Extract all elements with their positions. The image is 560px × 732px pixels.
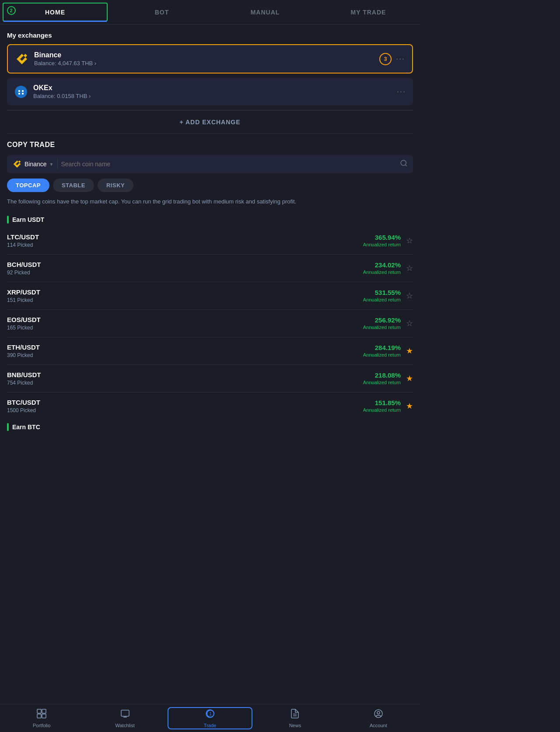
exchange-card-okex[interactable]: OKEx Balance: 0.0158 THB › ··· xyxy=(7,78,413,105)
coin-right-ltc: 365.94% Annualized return ☆ xyxy=(363,234,413,247)
coin-row-eos[interactable]: EOS/USDT 165 Picked 256.92% Annualized r… xyxy=(7,310,413,337)
tab-mytrade[interactable]: MY TRADE xyxy=(317,0,420,24)
filter-tab-risky[interactable]: RISKY xyxy=(98,179,133,192)
bottom-navigation: Portfolio Watchlist 1 Trade xyxy=(0,704,420,732)
coin-return-bnb: 218.08% Annualized return xyxy=(363,371,401,385)
tab-home[interactable]: 2 HOME xyxy=(3,3,108,21)
bottom-nav-account[interactable]: Account xyxy=(337,704,420,732)
tab-bot-label: BOT xyxy=(155,9,169,16)
news-icon xyxy=(290,708,300,721)
coin-row-bnb[interactable]: BNB/USDT 754 Picked 218.08% Annualized r… xyxy=(7,365,413,392)
exchange-card-left-okex: OKEx Balance: 0.0158 THB › xyxy=(14,84,91,99)
bottom-nav-watchlist[interactable]: Watchlist xyxy=(83,704,166,732)
coin-percent-eth: 284.19% xyxy=(363,344,401,351)
okex-balance[interactable]: Balance: 0.0158 THB › xyxy=(33,93,91,99)
tab-bot[interactable]: BOT xyxy=(110,0,214,24)
svg-marker-5 xyxy=(18,59,25,64)
coin-return-bch: 234.02% Annualized return xyxy=(363,261,401,275)
coin-row-btc[interactable]: BTC/USDT 1500 Picked 151.85% Annualized … xyxy=(7,392,413,420)
binance-name: Binance xyxy=(34,51,96,59)
coin-picked-bch: 92 Picked xyxy=(7,270,41,276)
coin-picked-eth: 390 Picked xyxy=(7,352,40,358)
coin-star-ltc[interactable]: ☆ xyxy=(406,236,413,245)
coin-pair-eos: EOS/USDT xyxy=(7,316,41,323)
portfolio-icon xyxy=(36,708,47,721)
exchanges-section-title: My exchanges xyxy=(7,32,413,39)
coin-info-eos: EOS/USDT 165 Picked xyxy=(7,316,41,331)
coin-return-ltc: 365.94% Annualized return xyxy=(363,234,401,247)
coin-row-bch[interactable]: BCH/USDT 92 Picked 234.02% Annualized re… xyxy=(7,255,413,282)
coin-row-eth[interactable]: ETH/USDT 390 Picked 284.19% Annualized r… xyxy=(7,337,413,365)
earn-usdt-indicator xyxy=(7,216,9,224)
coin-return-label-btc: Annualized return xyxy=(363,407,401,413)
binance-icon xyxy=(15,52,29,66)
coin-info-bnb: BNB/USDT 754 Picked xyxy=(7,371,41,386)
binance-balance-arrow: › xyxy=(94,60,96,67)
svg-rect-22 xyxy=(121,710,129,716)
coin-percent-bch: 234.02% xyxy=(363,261,401,269)
bottom-nav-trade[interactable]: 1 Trade xyxy=(168,707,252,729)
coin-return-eth: 284.19% Annualized return xyxy=(363,344,401,357)
binance-more-button[interactable]: ··· xyxy=(396,54,405,63)
coin-right-bnb: 218.08% Annualized return ★ xyxy=(363,371,413,385)
okex-name: OKEx xyxy=(33,84,91,92)
coin-star-xrp[interactable]: ☆ xyxy=(406,291,413,301)
coin-star-eos[interactable]: ☆ xyxy=(406,319,413,328)
news-label: News xyxy=(289,723,301,728)
svg-rect-10 xyxy=(22,93,24,95)
copy-trade-exchange-name: Binance xyxy=(24,161,47,168)
coin-percent-bnb: 218.08% xyxy=(363,371,401,379)
coin-star-bch[interactable]: ☆ xyxy=(406,263,413,273)
coin-search-input[interactable] xyxy=(61,161,397,168)
bottom-nav-portfolio[interactable]: Portfolio xyxy=(0,704,83,732)
tab-home-label: HOME xyxy=(45,9,65,16)
coin-info-bch: BCH/USDT 92 Picked xyxy=(7,261,41,276)
coin-pair-bch: BCH/USDT xyxy=(7,261,41,268)
copy-trade-exchange-selector[interactable]: Binance ▼ xyxy=(12,159,58,169)
coin-star-eth[interactable]: ★ xyxy=(406,346,413,356)
coin-search-area[interactable] xyxy=(61,161,397,168)
exchange-selector-dropdown-icon: ▼ xyxy=(49,162,54,167)
filter-tab-stable[interactable]: STABLE xyxy=(53,179,94,192)
copy-trade-description: The following coins have the top market … xyxy=(7,197,413,206)
coin-return-btc: 151.85% Annualized return xyxy=(363,399,401,413)
svg-rect-9 xyxy=(18,93,20,95)
coin-return-label-bch: Annualized return xyxy=(363,270,401,275)
coin-percent-eos: 256.92% xyxy=(363,316,401,324)
coin-picked-btc: 1500 Picked xyxy=(7,407,40,413)
exchange-card-binance[interactable]: Binance Balance: 4,047.63 THB › 3 ··· xyxy=(7,44,413,74)
exchange-card-right-okex: ··· xyxy=(397,87,406,96)
okex-balance-arrow: › xyxy=(89,93,91,99)
coin-picked-ltc: 114 Picked xyxy=(7,242,39,248)
coin-pair-btc: BTC/USDT xyxy=(7,399,40,406)
watchlist-icon xyxy=(120,708,130,721)
trade-badge: 1 xyxy=(206,710,214,718)
coin-list: LTC/USDT 114 Picked 365.94% Annualized r… xyxy=(7,227,413,420)
coin-return-eos: 256.92% Annualized return xyxy=(363,316,401,330)
binance-balance[interactable]: Balance: 4,047.63 THB › xyxy=(34,60,96,67)
coin-star-bnb[interactable]: ★ xyxy=(406,374,413,383)
coin-picked-bnb: 754 Picked xyxy=(7,380,41,386)
copy-trade-search-bar: Binance ▼ xyxy=(7,155,413,173)
trade-label: Trade xyxy=(204,723,216,728)
exchange-card-left-binance: Binance Balance: 4,047.63 THB › xyxy=(15,51,96,67)
coin-picked-xrp: 151 Picked xyxy=(7,297,40,303)
filter-tab-topcap[interactable]: TOPCAP xyxy=(7,179,49,192)
bottom-nav-news[interactable]: News xyxy=(253,704,336,732)
okex-more-button[interactable]: ··· xyxy=(397,87,406,96)
copy-trade-title: COPY TRADE xyxy=(7,141,413,149)
tab-manual[interactable]: MANUAL xyxy=(214,0,317,24)
svg-marker-2 xyxy=(24,54,27,57)
coin-star-btc[interactable]: ★ xyxy=(406,401,413,411)
coin-return-label-xrp: Annualized return xyxy=(363,297,401,302)
okex-icon xyxy=(14,85,28,99)
add-exchange-button[interactable]: + ADD EXCHANGE xyxy=(7,110,413,134)
coin-pair-ltc: LTC/USDT xyxy=(7,233,39,241)
coin-row-ltc[interactable]: LTC/USDT 114 Picked 365.94% Annualized r… xyxy=(7,227,413,255)
binance-selector-icon xyxy=(12,159,22,169)
coin-percent-xrp: 531.55% xyxy=(363,289,401,296)
coin-row-xrp[interactable]: XRP/USDT 151 Picked 531.55% Annualized r… xyxy=(7,282,413,310)
account-label: Account xyxy=(370,723,387,728)
tab-manual-label: MANUAL xyxy=(251,9,280,16)
coin-pair-eth: ETH/USDT xyxy=(7,343,40,351)
